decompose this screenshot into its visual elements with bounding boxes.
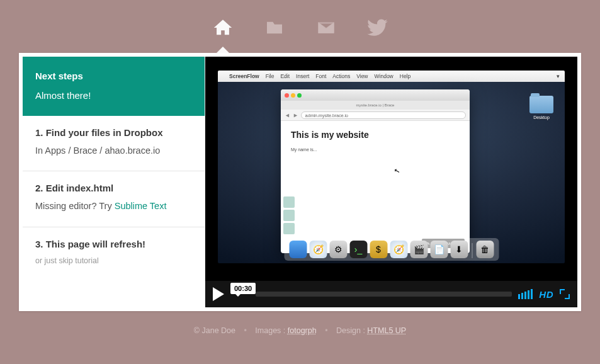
progress-bar[interactable] (256, 292, 512, 297)
menubar-app: ScreenFlow (229, 73, 259, 79)
design-label: Design : (336, 326, 365, 335)
menu-item: Help (400, 73, 410, 79)
copyright: © Jane Doe (194, 326, 235, 335)
sidebar-header: Next steps Almost there! (23, 57, 205, 116)
url-field: admin.mysite.brace.io (301, 111, 466, 119)
desktop-folder: Desktop (528, 96, 555, 120)
step-desc: Missing editor? Try Sublime Text (35, 200, 192, 212)
minimize-icon (291, 93, 295, 98)
folder-icon[interactable] (261, 15, 288, 40)
menu-item: Font (315, 73, 326, 79)
page-heading: This is my website (291, 130, 460, 140)
window-titlebar (281, 89, 470, 101)
folder-icon (529, 96, 553, 113)
volume-icon[interactable] (518, 289, 533, 299)
sidebar: Next steps Almost there! 1. Find your fi… (23, 57, 205, 307)
menu-item: File (266, 73, 275, 79)
page-content: This is my website My name is... ✎ DRAFT… (281, 121, 470, 253)
zoom-icon (297, 93, 302, 98)
app-icon: 📄 (430, 241, 448, 258)
video-area: ScreenFlow File Edit Insert Font Actions… (205, 57, 577, 307)
sublime-link[interactable]: Sublime Text (115, 201, 167, 211)
timestamp-badge: 00:30 (230, 283, 256, 294)
menu-item: Insert (296, 73, 309, 79)
hd-button[interactable]: HD (539, 289, 553, 300)
sidebar-title: Next steps (35, 71, 192, 81)
page-subtext: My name is... (291, 147, 460, 152)
macos-dock: 🧭 ⚙ ›_ $ 🧭 🎬 📄 ⬇ 🗑 (284, 238, 499, 261)
html5up-link[interactable]: HTML5 UP (367, 326, 406, 335)
sidebar-subtitle: Almost there! (35, 90, 192, 101)
app-icon: $ (370, 241, 387, 258)
back-icon: ◄ (285, 112, 290, 118)
twitter-icon[interactable] (364, 15, 392, 40)
step-2: 2. Edit index.html Missing editor? Try S… (23, 171, 205, 227)
images-label: Images : (255, 326, 285, 335)
video-player-bar: 00:30 HD (205, 281, 577, 307)
menu-item: Edit (280, 73, 290, 79)
play-button[interactable] (213, 287, 224, 301)
finder-icon (289, 241, 307, 258)
menu-item: Window (375, 73, 393, 79)
wifi-icon: ▾ (557, 73, 560, 79)
step-title: 1. Find your files in Dropbox (35, 127, 192, 138)
main-panel: Next steps Almost there! 1. Find your fi… (19, 53, 581, 311)
fotogrph-link[interactable]: fotogrph (288, 326, 317, 335)
menu-item: Actions (332, 73, 350, 79)
step-desc: In Apps / Brace / ahao.brace.io (35, 144, 192, 157)
app-icon: 🎬 (410, 241, 427, 258)
mail-icon[interactable] (312, 15, 340, 40)
home-icon[interactable] (209, 15, 237, 40)
terminal-icon: ›_ (349, 241, 367, 258)
forward-icon: ► (293, 112, 298, 118)
close-icon (285, 93, 289, 98)
folder-label: Desktop (528, 115, 555, 120)
step-title: 2. Edit index.html (35, 183, 192, 193)
fullscreen-button[interactable] (560, 289, 570, 299)
menu-item: View (356, 73, 368, 79)
skip-tutorial-link[interactable]: or just skip tutorial (35, 256, 99, 265)
tool-icon (283, 210, 295, 221)
video-frame[interactable]: ScreenFlow File Edit Insert Font Actions… (205, 57, 577, 281)
macos-menubar: ScreenFlow File Edit Insert Font Actions… (218, 71, 565, 82)
trash-icon: 🗑 (476, 241, 494, 258)
compass-icon: 🧭 (309, 241, 327, 258)
footer: © Jane Doe • Images : fotogrph • Design … (0, 326, 600, 335)
dock-separator (472, 243, 472, 258)
browser-tab: mysite.brace.io | Brace (281, 101, 470, 110)
step-1: 1. Find your files in Dropbox In Apps / … (23, 116, 205, 171)
tool-icon (283, 196, 295, 208)
url-bar: ◄ ► admin.mysite.brace.io (281, 110, 470, 121)
app-icon: ⬇ (450, 241, 468, 258)
step-3: 3. This page will refresh! or just skip … (23, 227, 205, 281)
app-icon: ⚙ (329, 241, 347, 258)
top-nav (0, 0, 600, 53)
tool-icon (283, 223, 295, 234)
safari-icon: 🧭 (390, 241, 407, 258)
step-title: 3. This page will refresh! (35, 239, 192, 249)
side-tools (283, 196, 295, 234)
browser-window: mysite.brace.io | Brace ◄ ► admin.mysite… (281, 89, 470, 253)
